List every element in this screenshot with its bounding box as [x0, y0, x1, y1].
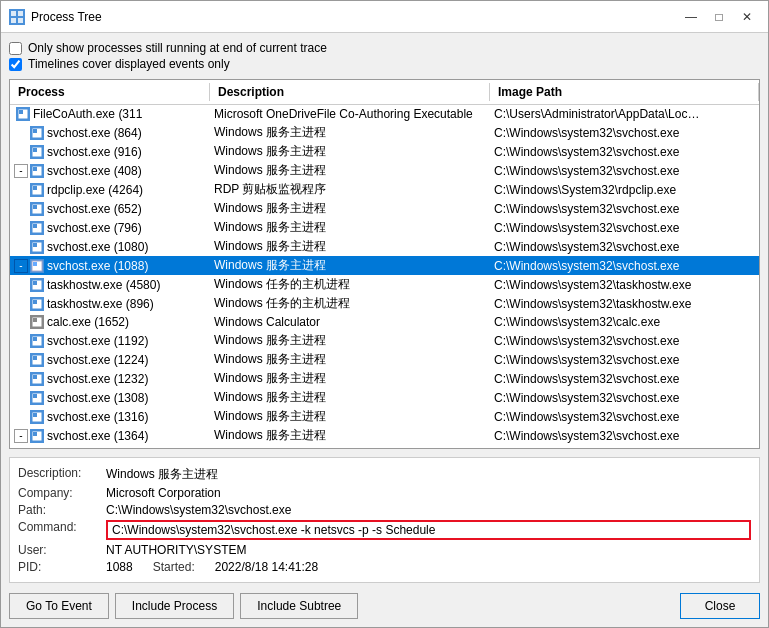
- path-cell: C:\Windows\system32\svchost.exe: [490, 239, 759, 255]
- path-cell: C:\Windows\system32\taskhostw.exe: [490, 277, 759, 293]
- table-row[interactable]: calc.exe (1652) Windows Calculator C:\Wi…: [10, 313, 759, 331]
- svg-rect-19: [33, 243, 37, 247]
- table-row[interactable]: svchost.exe (1224) Windows 服务主进程 C:\Wind…: [10, 350, 759, 369]
- path-cell: C:\Windows\system32\calc.exe: [490, 314, 759, 330]
- desc-cell: Windows 服务主进程: [210, 199, 490, 218]
- table-row[interactable]: svchost.exe (864) Windows 服务主进程 C:\Windo…: [10, 123, 759, 142]
- desc-cell: Windows 服务主进程: [210, 350, 490, 369]
- process-cell: svchost.exe (1232): [10, 371, 210, 387]
- path-cell: C:\Windows\system32\svchost.exe: [490, 333, 759, 349]
- svg-rect-7: [33, 129, 37, 133]
- path-label: Path:: [18, 503, 98, 517]
- process-cell: rdpclip.exe (4264): [10, 182, 210, 198]
- command-value: C:\Windows\system32\svchost.exe -k netsv…: [106, 520, 751, 540]
- svg-rect-35: [33, 394, 37, 398]
- table-row[interactable]: svchost.exe (1232) Windows 服务主进程 C:\Wind…: [10, 369, 759, 388]
- process-cell: svchost.exe (1192): [10, 333, 210, 349]
- process-name: svchost.exe (1192): [47, 334, 148, 348]
- window-content: Only show processes still running at end…: [1, 33, 768, 627]
- table-row[interactable]: svchost.exe (1192) Windows 服务主进程 C:\Wind…: [10, 331, 759, 350]
- table-row[interactable]: svchost.exe (1308) Windows 服务主进程 C:\Wind…: [10, 388, 759, 407]
- process-cell: svchost.exe (1316): [10, 409, 210, 425]
- table-row[interactable]: - svchost.exe (408) Windows 服务主进程 C:\Win…: [10, 161, 759, 180]
- svg-rect-0: [11, 11, 16, 16]
- process-icon: [30, 315, 44, 329]
- expand-button[interactable]: -: [14, 259, 28, 273]
- table-row[interactable]: svchost.exe (796) Windows 服务主进程 C:\Windo…: [10, 218, 759, 237]
- desc-cell: Windows 服务主进程: [210, 237, 490, 256]
- table-row[interactable]: svchost.exe (652) Windows 服务主进程 C:\Windo…: [10, 199, 759, 218]
- window-icon: [9, 9, 25, 25]
- process-cell: svchost.exe (864): [10, 125, 210, 141]
- include-process-button[interactable]: Include Process: [115, 593, 234, 619]
- timelines-checkbox[interactable]: [9, 58, 22, 71]
- desc-cell: Windows 服务主进程: [210, 407, 490, 426]
- process-name: taskhostw.exe (896): [47, 297, 154, 311]
- maximize-button[interactable]: □: [706, 7, 732, 27]
- desc-cell: Windows Calculator: [210, 314, 490, 330]
- minimize-button[interactable]: —: [678, 7, 704, 27]
- process-icon: [30, 429, 44, 443]
- process-name: taskhostw.exe (4580): [47, 278, 160, 292]
- header-description: Description: [210, 83, 490, 101]
- tree-header: Process Description Image Path: [10, 80, 759, 105]
- process-tree-window: Process Tree — □ ✕ Only show processes s…: [0, 0, 769, 628]
- process-name: svchost.exe (916): [47, 145, 142, 159]
- table-row[interactable]: - svchost.exe (1364) Windows 服务主进程 C:\Wi…: [10, 426, 759, 445]
- expand-button[interactable]: -: [14, 164, 28, 178]
- path-cell: C:\Windows\system32\svchost.exe: [490, 125, 759, 141]
- process-cell: svchost.exe (1080): [10, 239, 210, 255]
- include-subtree-button[interactable]: Include Subtree: [240, 593, 358, 619]
- go-to-event-button[interactable]: Go To Event: [9, 593, 109, 619]
- title-controls: — □ ✕: [678, 7, 760, 27]
- process-icon: [30, 410, 44, 424]
- process-icon: [30, 259, 44, 273]
- svg-rect-15: [33, 205, 37, 209]
- process-name: svchost.exe (1364): [47, 429, 148, 443]
- table-row[interactable]: taskhostw.exe (896) Windows 任务的主机进程 C:\W…: [10, 294, 759, 313]
- process-name: rdpclip.exe (4264): [47, 183, 143, 197]
- user-label: User:: [18, 543, 98, 557]
- tree-body[interactable]: FileCoAuth.exe (311 Microsoft OneDriveFi…: [10, 105, 759, 448]
- title-bar-left: Process Tree: [9, 9, 102, 25]
- table-row[interactable]: taskhostw.exe (4580) Windows 任务的主机进程 C:\…: [10, 275, 759, 294]
- process-name: calc.exe (1652): [47, 315, 129, 329]
- desc-cell: RDP 剪贴板监视程序: [210, 180, 490, 199]
- desc-cell: Windows 服务主进程: [210, 426, 490, 445]
- table-row[interactable]: svchost.exe (916) Windows 服务主进程 C:\Windo…: [10, 142, 759, 161]
- table-row[interactable]: rdpclip.exe (4264) RDP 剪贴板监视程序 C:\Window…: [10, 180, 759, 199]
- close-button[interactable]: Close: [680, 593, 760, 619]
- process-name: svchost.exe (1232): [47, 372, 148, 386]
- process-icon: [30, 221, 44, 235]
- close-window-button[interactable]: ✕: [734, 7, 760, 27]
- process-cell: svchost.exe (652): [10, 201, 210, 217]
- bottom-left-buttons: Go To Event Include Process Include Subt…: [9, 593, 358, 619]
- desc-cell: Windows 任务的主机进程: [210, 294, 490, 313]
- svg-rect-9: [33, 148, 37, 152]
- process-icon: [30, 391, 44, 405]
- path-cell: C:\Windows\system32\taskhostw.exe: [490, 296, 759, 312]
- company-label: Company:: [18, 486, 98, 500]
- table-row[interactable]: svchost.exe (1080) Windows 服务主进程 C:\Wind…: [10, 237, 759, 256]
- table-row[interactable]: FileCoAuth.exe (311 Microsoft OneDriveFi…: [10, 105, 759, 123]
- process-name: svchost.exe (1224): [47, 353, 148, 367]
- table-row[interactable]: - svchost.exe (1088) Windows 服务主进程 C:\Wi…: [10, 256, 759, 275]
- path-cell: C:\Windows\system32\svchost.exe: [490, 258, 759, 274]
- process-cell: svchost.exe (796): [10, 220, 210, 236]
- svg-rect-39: [33, 432, 37, 436]
- started-value: 2022/8/18 14:41:28: [215, 560, 318, 574]
- only-running-checkbox[interactable]: [9, 42, 22, 55]
- desc-cell: Windows 服务主进程: [210, 388, 490, 407]
- process-cell: svchost.exe (1224): [10, 352, 210, 368]
- process-icon: [30, 145, 44, 159]
- table-row[interactable]: svchost.exe (1316) Windows 服务主进程 C:\Wind…: [10, 407, 759, 426]
- process-cell: - svchost.exe (408): [10, 163, 210, 179]
- process-name: svchost.exe (796): [47, 221, 142, 235]
- svg-rect-17: [33, 224, 37, 228]
- process-icon: [30, 353, 44, 367]
- desc-cell: Windows 服务主进程: [210, 331, 490, 350]
- svg-rect-11: [33, 167, 37, 171]
- process-icon: [30, 240, 44, 254]
- checkbox-row-2: Timelines cover displayed events only: [9, 57, 760, 71]
- expand-button[interactable]: -: [14, 429, 28, 443]
